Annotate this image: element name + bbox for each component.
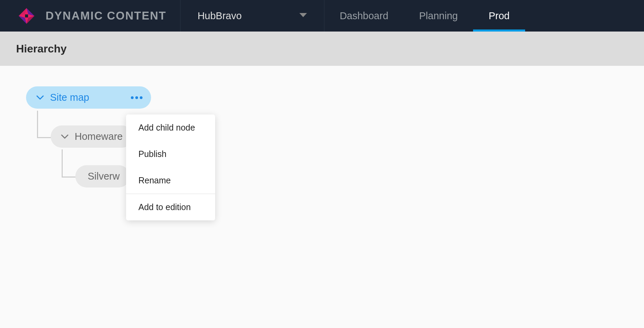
node-label: Site map — [50, 92, 89, 103]
menu-rename[interactable]: Rename — [126, 167, 215, 194]
chevron-down-icon — [36, 95, 44, 100]
menu-add-child-node[interactable]: Add child node — [126, 114, 215, 141]
node-pill-site-map[interactable]: Site map — [26, 86, 151, 109]
node-pill-homeware[interactable]: Homeware — [51, 125, 133, 148]
menu-label: Rename — [138, 175, 171, 185]
hub-name: HubBravo — [198, 10, 299, 22]
nav-label: Dashboard — [340, 10, 388, 22]
menu-publish[interactable]: Publish — [126, 141, 215, 167]
svg-marker-6 — [299, 13, 307, 17]
svg-marker-5 — [25, 14, 28, 17]
page-title: Hierarchy — [16, 42, 67, 55]
tree-node-silverware: Silverw — [75, 165, 130, 187]
brand: DYNAMIC CONTENT — [0, 0, 181, 32]
nav-label: Planning — [419, 10, 458, 22]
brand-title: DYNAMIC CONTENT — [46, 9, 166, 22]
menu-add-to-edition[interactable]: Add to edition — [126, 194, 215, 220]
nav-label: Prod — [488, 10, 509, 22]
more-actions-icon[interactable] — [131, 96, 143, 99]
brand-logo-icon — [17, 7, 36, 25]
tree-connector — [62, 149, 63, 178]
menu-label: Publish — [138, 149, 166, 159]
chevron-down-icon — [61, 134, 69, 139]
top-nav: Dashboard Planning Prod — [324, 0, 644, 32]
nav-dashboard[interactable]: Dashboard — [324, 0, 404, 32]
tree-connector — [62, 177, 76, 178]
node-pill-silverware[interactable]: Silverw — [75, 165, 130, 187]
tree-node-root: Site map — [26, 86, 151, 109]
app-header: DYNAMIC CONTENT HubBravo Dashboard Plann… — [0, 0, 644, 32]
node-label: Silverw — [88, 171, 120, 182]
tree-connector — [37, 111, 38, 138]
tree-connector — [37, 137, 51, 138]
tree-node-homeware: Homeware — [51, 125, 133, 148]
menu-label: Add to edition — [138, 202, 191, 212]
caret-down-icon — [299, 12, 307, 20]
menu-label: Add child node — [138, 123, 195, 132]
context-menu: Add child node Publish Rename Add to edi… — [126, 114, 215, 220]
node-label: Homeware — [75, 131, 123, 142]
nav-production[interactable]: Prod — [473, 0, 525, 32]
subheader: Hierarchy — [0, 32, 644, 66]
hub-selector[interactable]: HubBravo — [181, 0, 324, 32]
nav-planning[interactable]: Planning — [404, 0, 473, 32]
